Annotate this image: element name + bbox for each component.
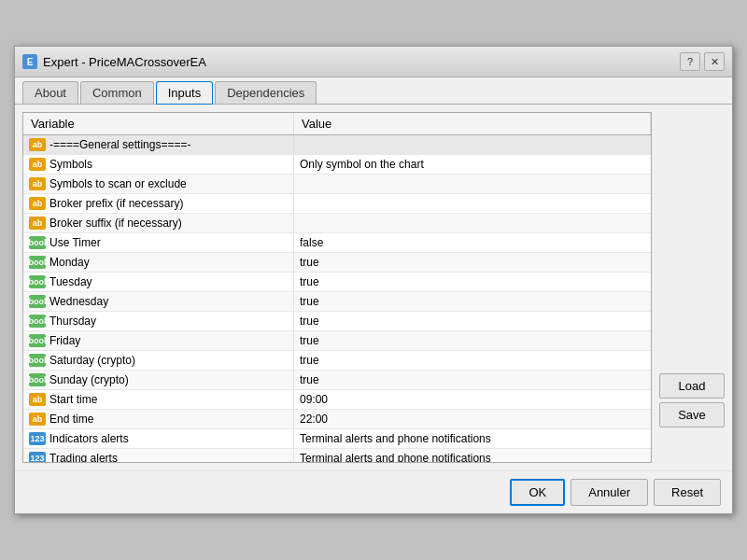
- type-badge: 123: [29, 432, 46, 445]
- help-button[interactable]: ?: [680, 52, 700, 71]
- variable-cell: abSymbols to scan or exclude: [23, 175, 294, 193]
- table-row[interactable]: abSymbols to scan or exclude: [23, 175, 651, 194]
- value-cell: Terminal alerts and phone notifications: [294, 429, 651, 448]
- tab-dependencies[interactable]: Dependencies: [215, 81, 317, 104]
- variable-name: Broker suffix (if necessary): [49, 217, 182, 230]
- value-cell: Only symbol on the chart: [294, 155, 651, 174]
- value-cell: 09:00: [294, 390, 651, 409]
- variable-cell: boolSunday (crypto): [23, 371, 294, 389]
- value-cell: [294, 175, 651, 193]
- window-title: Expert - PriceMACrossoverEA: [43, 55, 206, 69]
- type-badge: 123: [29, 452, 46, 462]
- tab-bar: AboutCommonInputsDependencies: [15, 77, 732, 105]
- variable-cell: 123Indicators alerts: [23, 429, 294, 448]
- table-row[interactable]: ab-====General settings====-: [23, 135, 651, 155]
- tab-common[interactable]: Common: [80, 81, 154, 104]
- variable-cell: abBroker suffix (if necessary): [23, 214, 294, 232]
- type-badge: ab: [29, 138, 46, 151]
- type-badge: bool: [29, 236, 46, 249]
- table-row[interactable]: abSymbolsOnly symbol on the chart: [23, 155, 651, 175]
- table-row[interactable]: 123Indicators alertsTerminal alerts and …: [23, 429, 651, 449]
- table-row[interactable]: boolWednesdaytrue: [23, 292, 651, 312]
- variables-table: Variable Value ab-====General settings==…: [22, 112, 652, 463]
- type-badge: ab: [29, 197, 46, 210]
- value-cell: true: [294, 273, 651, 291]
- table-row[interactable]: abEnd time22:00: [23, 410, 651, 429]
- table-row[interactable]: abBroker suffix (if necessary): [23, 214, 651, 233]
- type-badge: bool: [29, 256, 46, 269]
- load-button[interactable]: Load: [659, 373, 725, 399]
- side-buttons-panel: Load Save: [659, 112, 725, 463]
- type-badge: bool: [29, 315, 46, 328]
- variable-cell: abSymbols: [23, 155, 294, 174]
- type-badge: ab: [29, 158, 46, 171]
- value-cell: [294, 194, 651, 213]
- type-badge: bool: [29, 275, 46, 288]
- reset-button[interactable]: Reset: [654, 479, 721, 506]
- table-row[interactable]: boolThursdaytrue: [23, 312, 651, 331]
- table-row[interactable]: boolFridaytrue: [23, 331, 651, 351]
- type-badge: bool: [29, 295, 46, 308]
- cancel-button[interactable]: Annuler: [571, 479, 648, 506]
- variable-name: Wednesday: [49, 295, 108, 308]
- variable-name: Tuesday: [49, 275, 92, 288]
- variable-name: End time: [49, 413, 93, 426]
- table-header: Variable Value: [23, 113, 651, 135]
- variable-name: Symbols: [49, 158, 92, 171]
- table-row[interactable]: boolSaturday (crypto)true: [23, 351, 651, 371]
- main-window: E Expert - PriceMACrossoverEA ? ✕ AboutC…: [14, 46, 733, 514]
- variable-name: Friday: [49, 334, 80, 347]
- type-badge: bool: [29, 373, 46, 386]
- ok-button[interactable]: OK: [510, 479, 565, 506]
- variable-cell: 123Trading alerts: [23, 449, 294, 462]
- save-button[interactable]: Save: [659, 402, 725, 427]
- type-badge: ab: [29, 217, 46, 230]
- variable-cell: boolThursday: [23, 312, 294, 330]
- col-variable: Variable: [23, 113, 294, 134]
- value-cell: true: [294, 292, 651, 311]
- variable-name: Trading alerts: [49, 452, 118, 462]
- value-cell: true: [294, 331, 651, 350]
- title-bar: E Expert - PriceMACrossoverEA ? ✕: [15, 47, 732, 77]
- table-row[interactable]: boolMondaytrue: [23, 253, 651, 273]
- type-badge: ab: [29, 393, 46, 406]
- value-cell: 22:00: [294, 410, 651, 428]
- variable-name: Indicators alerts: [49, 432, 129, 445]
- col-value: Value: [294, 113, 651, 134]
- value-cell: [294, 214, 651, 232]
- variable-name: Use Timer: [49, 236, 101, 249]
- table-scroll-area[interactable]: ab-====General settings====-abSymbolsOnl…: [23, 135, 651, 462]
- value-cell: true: [294, 253, 651, 272]
- tab-about[interactable]: About: [22, 81, 78, 104]
- footer: OK Annuler Reset: [15, 470, 732, 513]
- tab-inputs[interactable]: Inputs: [156, 81, 213, 105]
- type-badge: ab: [29, 413, 46, 426]
- content-area: Variable Value ab-====General settings==…: [15, 105, 732, 470]
- variable-name: Start time: [49, 393, 97, 406]
- table-row[interactable]: abBroker prefix (if necessary): [23, 194, 651, 214]
- value-cell: [294, 135, 651, 154]
- value-cell: true: [294, 351, 651, 370]
- type-badge: ab: [29, 177, 46, 190]
- variable-name: Monday: [49, 256, 90, 269]
- variable-cell: abStart time: [23, 390, 294, 409]
- variable-cell: boolFriday: [23, 331, 294, 350]
- variable-cell: boolTuesday: [23, 273, 294, 291]
- table-row[interactable]: abStart time09:00: [23, 390, 651, 410]
- variable-cell: abBroker prefix (if necessary): [23, 194, 294, 213]
- variable-cell: ab-====General settings====-: [23, 135, 294, 154]
- table-row[interactable]: 123Trading alertsTerminal alerts and pho…: [23, 449, 651, 462]
- table-row[interactable]: boolSunday (crypto)true: [23, 371, 651, 390]
- variable-name: Symbols to scan or exclude: [49, 177, 187, 190]
- table-row[interactable]: boolTuesdaytrue: [23, 273, 651, 292]
- value-cell: Terminal alerts and phone notifications: [294, 449, 651, 462]
- variable-name: Saturday (crypto): [49, 354, 135, 367]
- variable-name: Thursday: [49, 315, 96, 328]
- close-button[interactable]: ✕: [704, 52, 725, 71]
- variable-cell: boolMonday: [23, 253, 294, 272]
- variable-cell: boolWednesday: [23, 292, 294, 311]
- type-badge: bool: [29, 334, 46, 347]
- table-row[interactable]: boolUse Timerfalse: [23, 233, 651, 253]
- variable-cell: abEnd time: [23, 410, 294, 428]
- variable-cell: boolSaturday (crypto): [23, 351, 294, 370]
